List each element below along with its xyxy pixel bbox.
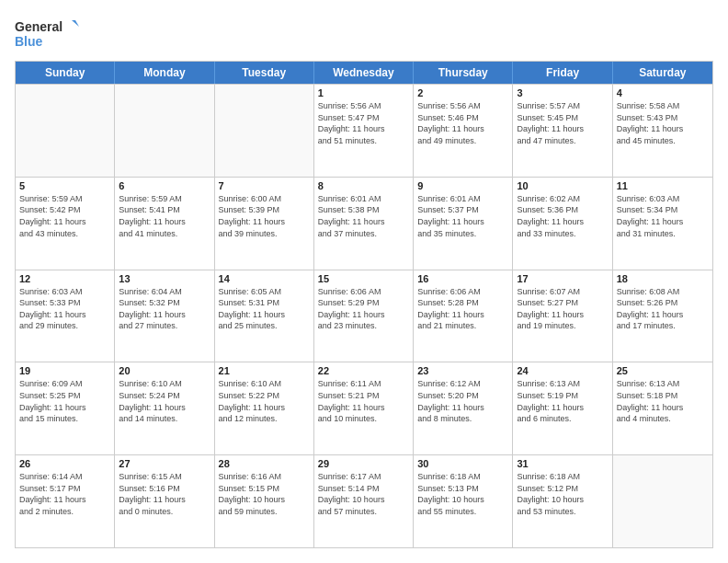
header-cell-monday: Monday bbox=[115, 62, 214, 84]
day-number: 30 bbox=[417, 458, 508, 469]
calendar-cell bbox=[613, 455, 712, 547]
day-info: Sunrise: 6:12 AM Sunset: 5:20 PM Dayligh… bbox=[417, 378, 508, 424]
svg-text:Blue: Blue bbox=[15, 34, 43, 49]
day-info: Sunrise: 6:03 AM Sunset: 5:34 PM Dayligh… bbox=[617, 193, 709, 239]
calendar-cell: 31Sunrise: 6:18 AM Sunset: 5:12 PM Dayli… bbox=[513, 455, 612, 547]
day-info: Sunrise: 6:11 AM Sunset: 5:21 PM Dayligh… bbox=[318, 378, 409, 424]
calendar-cell: 17Sunrise: 6:07 AM Sunset: 5:27 PM Dayli… bbox=[513, 270, 612, 362]
day-number: 23 bbox=[417, 365, 508, 376]
calendar-cell: 3Sunrise: 5:57 AM Sunset: 5:45 PM Daylig… bbox=[513, 85, 612, 177]
header-cell-friday: Friday bbox=[513, 62, 612, 84]
day-number: 6 bbox=[119, 180, 210, 191]
calendar-cell: 22Sunrise: 6:11 AM Sunset: 5:21 PM Dayli… bbox=[314, 362, 414, 454]
day-info: Sunrise: 6:02 AM Sunset: 5:36 PM Dayligh… bbox=[517, 193, 608, 239]
day-info: Sunrise: 6:06 AM Sunset: 5:28 PM Dayligh… bbox=[417, 286, 508, 332]
day-info: Sunrise: 6:03 AM Sunset: 5:33 PM Dayligh… bbox=[19, 286, 110, 332]
day-info: Sunrise: 6:01 AM Sunset: 5:37 PM Dayligh… bbox=[417, 193, 508, 239]
calendar-cell: 14Sunrise: 6:05 AM Sunset: 5:31 PM Dayli… bbox=[215, 270, 314, 362]
day-number: 11 bbox=[617, 180, 709, 191]
calendar-cell: 2Sunrise: 5:56 AM Sunset: 5:46 PM Daylig… bbox=[414, 85, 513, 177]
day-number: 3 bbox=[517, 87, 608, 98]
calendar-cell: 29Sunrise: 6:17 AM Sunset: 5:14 PM Dayli… bbox=[314, 455, 414, 547]
svg-marker-2 bbox=[72, 20, 79, 27]
day-number: 14 bbox=[219, 273, 310, 284]
day-number: 2 bbox=[417, 87, 508, 98]
calendar-cell: 28Sunrise: 6:16 AM Sunset: 5:15 PM Dayli… bbox=[215, 455, 314, 547]
calendar-cell: 19Sunrise: 6:09 AM Sunset: 5:25 PM Dayli… bbox=[16, 362, 115, 454]
day-info: Sunrise: 6:14 AM Sunset: 5:17 PM Dayligh… bbox=[19, 471, 110, 517]
day-number: 10 bbox=[517, 180, 608, 191]
calendar-cell: 20Sunrise: 6:10 AM Sunset: 5:24 PM Dayli… bbox=[115, 362, 214, 454]
day-info: Sunrise: 6:17 AM Sunset: 5:14 PM Dayligh… bbox=[318, 471, 409, 517]
day-number: 20 bbox=[119, 365, 210, 376]
calendar-cell: 18Sunrise: 6:08 AM Sunset: 5:26 PM Dayli… bbox=[613, 270, 712, 362]
day-number: 4 bbox=[617, 87, 709, 98]
day-number: 15 bbox=[318, 273, 409, 284]
day-number: 9 bbox=[417, 180, 508, 191]
calendar-cell: 21Sunrise: 6:10 AM Sunset: 5:22 PM Dayli… bbox=[215, 362, 314, 454]
calendar-cell: 24Sunrise: 6:13 AM Sunset: 5:19 PM Dayli… bbox=[513, 362, 612, 454]
calendar-cell: 12Sunrise: 6:03 AM Sunset: 5:33 PM Dayli… bbox=[16, 270, 115, 362]
calendar-cell: 13Sunrise: 6:04 AM Sunset: 5:32 PM Dayli… bbox=[115, 270, 214, 362]
calendar-cell: 10Sunrise: 6:02 AM Sunset: 5:36 PM Dayli… bbox=[513, 178, 612, 270]
day-number: 8 bbox=[318, 180, 409, 191]
calendar-week-3: 12Sunrise: 6:03 AM Sunset: 5:33 PM Dayli… bbox=[16, 270, 712, 362]
day-number: 1 bbox=[318, 87, 409, 98]
header-cell-saturday: Saturday bbox=[613, 62, 712, 84]
calendar: SundayMondayTuesdayWednesdayThursdayFrid… bbox=[15, 61, 713, 548]
day-number: 28 bbox=[219, 458, 310, 469]
calendar-cell: 4Sunrise: 5:58 AM Sunset: 5:43 PM Daylig… bbox=[613, 85, 712, 177]
calendar-cell bbox=[215, 85, 314, 177]
day-number: 31 bbox=[517, 458, 608, 469]
calendar-cell: 27Sunrise: 6:15 AM Sunset: 5:16 PM Dayli… bbox=[115, 455, 214, 547]
day-info: Sunrise: 6:13 AM Sunset: 5:18 PM Dayligh… bbox=[617, 378, 709, 424]
header: General Blue bbox=[15, 15, 713, 52]
calendar-cell: 8Sunrise: 6:01 AM Sunset: 5:38 PM Daylig… bbox=[314, 178, 414, 270]
calendar-cell: 9Sunrise: 6:01 AM Sunset: 5:37 PM Daylig… bbox=[414, 178, 513, 270]
day-info: Sunrise: 6:06 AM Sunset: 5:29 PM Dayligh… bbox=[318, 286, 409, 332]
day-number: 17 bbox=[517, 273, 608, 284]
calendar-header: SundayMondayTuesdayWednesdayThursdayFrid… bbox=[16, 62, 712, 84]
day-number: 18 bbox=[617, 273, 709, 284]
day-info: Sunrise: 5:56 AM Sunset: 5:47 PM Dayligh… bbox=[318, 100, 409, 146]
calendar-cell: 7Sunrise: 6:00 AM Sunset: 5:39 PM Daylig… bbox=[215, 178, 314, 270]
calendar-cell: 30Sunrise: 6:18 AM Sunset: 5:13 PM Dayli… bbox=[414, 455, 513, 547]
calendar-week-2: 5Sunrise: 5:59 AM Sunset: 5:42 PM Daylig… bbox=[16, 177, 712, 270]
day-number: 27 bbox=[119, 458, 210, 469]
calendar-cell bbox=[16, 85, 115, 177]
day-info: Sunrise: 6:16 AM Sunset: 5:15 PM Dayligh… bbox=[219, 471, 310, 517]
day-info: Sunrise: 6:09 AM Sunset: 5:25 PM Dayligh… bbox=[19, 378, 110, 424]
day-info: Sunrise: 6:00 AM Sunset: 5:39 PM Dayligh… bbox=[219, 193, 310, 239]
day-number: 26 bbox=[19, 458, 110, 469]
day-number: 12 bbox=[19, 273, 110, 284]
day-info: Sunrise: 6:01 AM Sunset: 5:38 PM Dayligh… bbox=[318, 193, 409, 239]
day-number: 22 bbox=[318, 365, 409, 376]
calendar-cell: 11Sunrise: 6:03 AM Sunset: 5:34 PM Dayli… bbox=[613, 178, 712, 270]
day-number: 29 bbox=[318, 458, 409, 469]
calendar-week-4: 19Sunrise: 6:09 AM Sunset: 5:25 PM Dayli… bbox=[16, 362, 712, 454]
day-info: Sunrise: 6:10 AM Sunset: 5:24 PM Dayligh… bbox=[119, 378, 210, 424]
day-info: Sunrise: 6:15 AM Sunset: 5:16 PM Dayligh… bbox=[119, 471, 210, 517]
header-cell-tuesday: Tuesday bbox=[215, 62, 314, 84]
calendar-cell: 26Sunrise: 6:14 AM Sunset: 5:17 PM Dayli… bbox=[16, 455, 115, 547]
day-info: Sunrise: 6:07 AM Sunset: 5:27 PM Dayligh… bbox=[517, 286, 608, 332]
header-cell-wednesday: Wednesday bbox=[314, 62, 414, 84]
day-info: Sunrise: 5:58 AM Sunset: 5:43 PM Dayligh… bbox=[617, 100, 709, 146]
calendar-cell: 15Sunrise: 6:06 AM Sunset: 5:29 PM Dayli… bbox=[314, 270, 414, 362]
header-cell-sunday: Sunday bbox=[16, 62, 115, 84]
calendar-week-5: 26Sunrise: 6:14 AM Sunset: 5:17 PM Dayli… bbox=[16, 454, 712, 547]
day-number: 24 bbox=[517, 365, 608, 376]
day-info: Sunrise: 6:05 AM Sunset: 5:31 PM Dayligh… bbox=[219, 286, 310, 332]
calendar-cell bbox=[115, 85, 214, 177]
day-info: Sunrise: 5:59 AM Sunset: 5:41 PM Dayligh… bbox=[119, 193, 210, 239]
day-number: 19 bbox=[19, 365, 110, 376]
calendar-cell: 1Sunrise: 5:56 AM Sunset: 5:47 PM Daylig… bbox=[314, 85, 414, 177]
day-info: Sunrise: 6:13 AM Sunset: 5:19 PM Dayligh… bbox=[517, 378, 608, 424]
calendar-body: 1Sunrise: 5:56 AM Sunset: 5:47 PM Daylig… bbox=[16, 84, 712, 547]
svg-text:General: General bbox=[15, 19, 63, 34]
day-info: Sunrise: 6:10 AM Sunset: 5:22 PM Dayligh… bbox=[219, 378, 310, 424]
day-info: Sunrise: 6:04 AM Sunset: 5:32 PM Dayligh… bbox=[119, 286, 210, 332]
day-info: Sunrise: 5:56 AM Sunset: 5:46 PM Dayligh… bbox=[417, 100, 508, 146]
day-info: Sunrise: 5:59 AM Sunset: 5:42 PM Dayligh… bbox=[19, 193, 110, 239]
calendar-week-1: 1Sunrise: 5:56 AM Sunset: 5:47 PM Daylig… bbox=[16, 84, 712, 177]
